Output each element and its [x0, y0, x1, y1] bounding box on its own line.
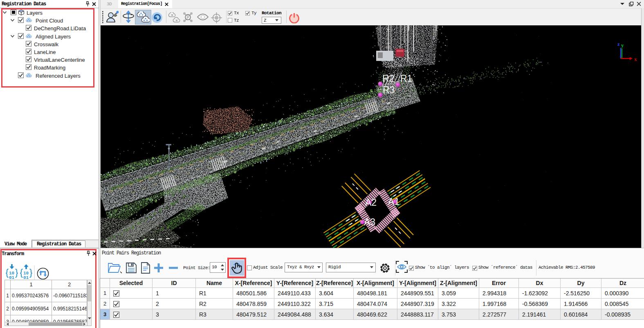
svg-text:A3: A3: [364, 217, 375, 227]
svg-text:R3: R3: [383, 85, 395, 95]
svg-text:z: z: [617, 41, 620, 47]
svg-text:y: y: [621, 42, 624, 48]
svg-text:P: P: [187, 15, 190, 20]
svg-text:A1: A1: [388, 196, 399, 207]
svg-text:x: x: [634, 56, 637, 62]
svg-text:A2: A2: [365, 197, 377, 208]
svg-text:R1: R1: [400, 73, 412, 84]
svg-text:R2: R2: [382, 73, 394, 84]
